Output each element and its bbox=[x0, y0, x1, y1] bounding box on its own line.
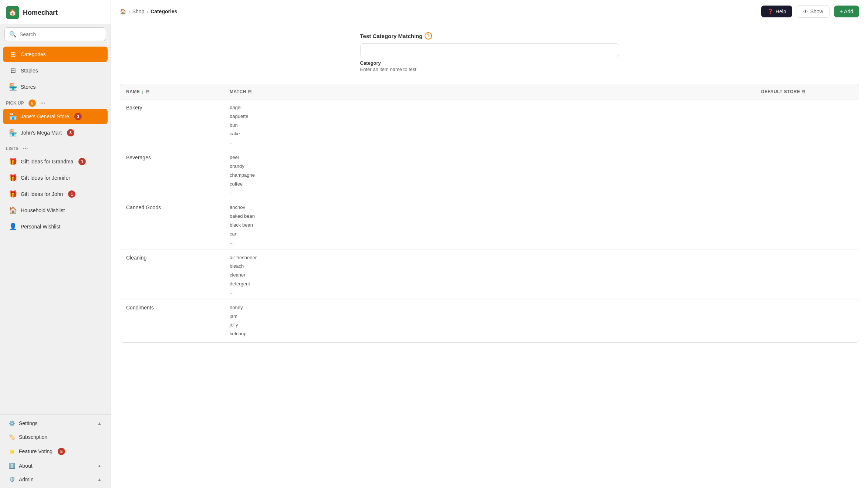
search-box[interactable]: 🔍 bbox=[4, 27, 106, 41]
match-item: jam bbox=[230, 313, 749, 321]
subscription-item[interactable]: 🏷️ Subscription bbox=[3, 430, 108, 444]
sidebar-item-personal[interactable]: 👤 Personal Wishlist bbox=[3, 219, 108, 234]
match-item: bagel bbox=[230, 104, 749, 112]
match-item: honey bbox=[230, 304, 749, 312]
sidebar-item-gift-jennifer[interactable]: 🎁 Gift Ideas for Jennifer bbox=[3, 170, 108, 186]
match-item: ... bbox=[230, 289, 749, 295]
feature-voting-label: Feature Voting bbox=[19, 448, 53, 454]
category-store-cell bbox=[755, 99, 859, 149]
gift-grandma-label: Gift Ideas for Grandma bbox=[21, 159, 73, 165]
match-item: champagne bbox=[230, 172, 749, 179]
admin-icon: 🛡️ bbox=[9, 477, 15, 482]
match-item: ketchup bbox=[230, 330, 749, 338]
sidebar-item-stores[interactable]: 🏪 Stores bbox=[3, 79, 108, 95]
category-name-cell: Condiments bbox=[120, 299, 224, 342]
store-filter-icon[interactable]: ⊟ bbox=[801, 89, 805, 94]
match-item: cake bbox=[230, 130, 749, 138]
match-item: jelly bbox=[230, 321, 749, 329]
search-input[interactable] bbox=[20, 31, 101, 37]
search-icon: 🔍 bbox=[9, 31, 17, 38]
settings-item[interactable]: ⚙️ Settings ▲ bbox=[3, 417, 108, 430]
show-button[interactable]: 👁 Show bbox=[797, 5, 830, 18]
test-category-input[interactable] bbox=[360, 43, 619, 57]
help-icon: ❓ bbox=[767, 9, 773, 14]
about-item[interactable]: ℹ️ About ▲ bbox=[3, 459, 108, 472]
table-row: Condimentshoneyjamjellyketchup bbox=[120, 299, 859, 342]
admin-item[interactable]: 🛡️ Admin ▲ bbox=[3, 473, 108, 486]
match-item: ... bbox=[230, 189, 749, 194]
breadcrumb-shop[interactable]: Shop bbox=[132, 9, 145, 14]
store-icon: 🏪 bbox=[9, 129, 17, 137]
match-item: ... bbox=[230, 139, 749, 145]
category-name-cell: Cleaning bbox=[120, 250, 224, 299]
category-match-cell: bagelbaguettebuncake... bbox=[224, 99, 755, 149]
subscription-icon: 🏷️ bbox=[9, 434, 15, 440]
sidebar-item-gift-john[interactable]: 🎁 Gift Ideas for John 1 bbox=[3, 186, 108, 202]
test-category-label: Test Category Matching ? bbox=[360, 32, 619, 40]
content-area: Test Category Matching ? Category Enter … bbox=[111, 23, 868, 488]
match-item: bleach bbox=[230, 262, 749, 270]
topbar-actions: ❓ Help 👁 Show + Add bbox=[761, 5, 859, 18]
sort-icon[interactable]: ↓ bbox=[141, 89, 144, 95]
about-label: About bbox=[19, 463, 33, 469]
match-item: baked bean bbox=[230, 213, 749, 220]
match-item: can bbox=[230, 230, 749, 238]
app-title: Homechart bbox=[23, 9, 58, 17]
pickup-badge: 6 bbox=[28, 99, 36, 107]
personal-label: Personal Wishlist bbox=[21, 224, 60, 230]
match-item: brandy bbox=[230, 163, 749, 170]
sidebar-item-johns-mega[interactable]: 🏪 John's Mega Mart 3 bbox=[3, 125, 108, 140]
household-label: Household Wishlist bbox=[21, 207, 65, 213]
match-filter-icon[interactable]: ⊟ bbox=[248, 89, 252, 94]
sidebar-item-staples-label: Staples bbox=[21, 68, 38, 74]
breadcrumb-home[interactable]: 🏠 bbox=[120, 9, 126, 14]
category-hint: Category Enter an item name to test bbox=[360, 60, 619, 72]
pickup-section-label: PICK UP 6 ··· bbox=[0, 95, 111, 108]
gift-grandma-badge: 1 bbox=[78, 158, 86, 165]
janes-badge: 3 bbox=[74, 113, 82, 120]
lists-more-button[interactable]: ··· bbox=[23, 145, 28, 152]
sidebar-nav: ⊞ Categories ⊟ Staples 🏪 Stores PICK UP … bbox=[0, 45, 111, 236]
table-row: Canned Goodsanchovbaked beanblack beanca… bbox=[120, 199, 859, 249]
help-button[interactable]: ❓ Help bbox=[761, 6, 792, 17]
gift-icon: 🎁 bbox=[9, 190, 17, 198]
category-store-cell bbox=[755, 199, 859, 249]
sidebar-item-staples[interactable]: ⊟ Staples bbox=[3, 63, 108, 78]
category-store-cell bbox=[755, 149, 859, 199]
table-row: Bakerybagelbaguettebuncake... bbox=[120, 99, 859, 149]
category-store-cell bbox=[755, 250, 859, 299]
add-button[interactable]: + Add bbox=[834, 6, 859, 17]
breadcrumb-current: Categories bbox=[151, 9, 177, 14]
store-icon: 🏪 bbox=[9, 83, 17, 91]
feature-voting-item[interactable]: ⭐ Feature Voting 5 bbox=[3, 444, 108, 459]
gift-icon: 🎁 bbox=[9, 157, 17, 166]
match-item: air freshener bbox=[230, 254, 749, 262]
person-icon: 👤 bbox=[9, 223, 17, 231]
table-row: Cleaningair freshenerbleachcleanerdeterg… bbox=[120, 250, 859, 299]
feature-voting-badge: 5 bbox=[58, 448, 65, 455]
categories-table: NAME ↓ ⊟ MATCH ⊟ DEFAULT STORE ⊟ Bakeryb… bbox=[120, 84, 859, 343]
match-item: baguette bbox=[230, 113, 749, 121]
sidebar-item-janes[interactable]: 🏪 Jane's General Store 3 bbox=[3, 109, 108, 124]
sidebar-item-gift-grandma[interactable]: 🎁 Gift Ideas for Grandma 1 bbox=[3, 154, 108, 169]
test-help-icon[interactable]: ? bbox=[425, 32, 432, 40]
name-filter-icon[interactable]: ⊟ bbox=[146, 89, 150, 94]
grid-icon: ⊞ bbox=[9, 50, 17, 58]
sidebar-item-stores-label: Stores bbox=[21, 84, 36, 90]
main-content: 🏠 › Shop › Categories ❓ Help 👁 Show + Ad… bbox=[111, 0, 868, 488]
test-category-section: Test Category Matching ? Category Enter … bbox=[360, 32, 619, 72]
pickup-more-button[interactable]: ··· bbox=[40, 100, 45, 106]
list-icon: 🏠 bbox=[9, 206, 17, 214]
feature-voting-icon: ⭐ bbox=[9, 448, 15, 454]
match-item: detergent bbox=[230, 280, 749, 288]
sidebar-header: 🏠 Homechart bbox=[0, 0, 111, 24]
category-name-cell: Canned Goods bbox=[120, 199, 224, 249]
sidebar-item-household[interactable]: 🏠 Household Wishlist bbox=[3, 203, 108, 218]
sidebar-item-johns-mega-label: John's Mega Mart bbox=[21, 130, 62, 136]
sidebar-item-categories[interactable]: ⊞ Categories bbox=[3, 47, 108, 62]
col-header-match: MATCH ⊟ bbox=[224, 84, 755, 99]
gift-jennifer-label: Gift Ideas for Jennifer bbox=[21, 175, 70, 181]
category-name-cell: Bakery bbox=[120, 99, 224, 149]
gift-john-label: Gift Ideas for John bbox=[21, 191, 63, 197]
match-item: black bean bbox=[230, 221, 749, 229]
